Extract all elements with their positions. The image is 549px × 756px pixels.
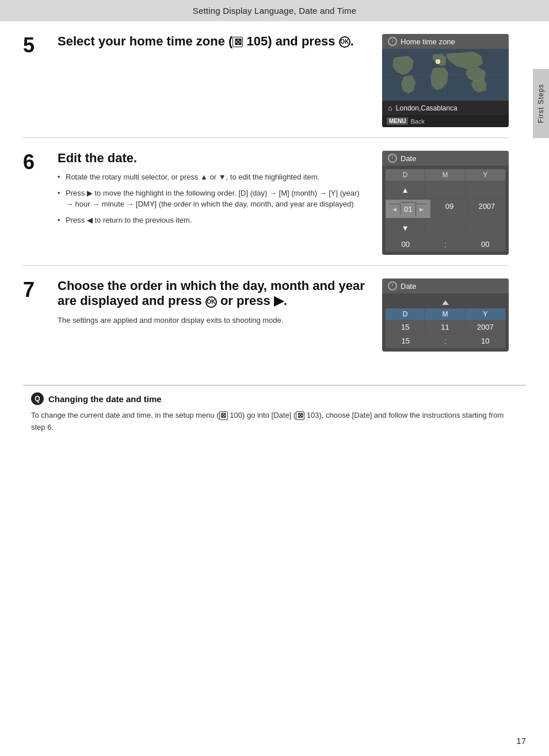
- panel-7-title: Date: [401, 282, 416, 291]
- triangle-up-icon: [442, 300, 449, 305]
- value-m: 09: [431, 199, 468, 218]
- order-d: D: [386, 308, 425, 320]
- main-content: 5 Select your home time zone (⊠ 105) and…: [23, 21, 526, 362]
- step-5-number: 5: [23, 35, 44, 56]
- svg-point-2: [437, 60, 439, 63]
- time-minute: 00: [466, 237, 505, 251]
- step-6-panel: Date D M Y ▲: [382, 151, 509, 255]
- value-m-7: 11: [425, 320, 465, 334]
- world-map-svg: [382, 49, 509, 101]
- arrow-up-m: [425, 181, 465, 199]
- time-colon: :: [425, 237, 465, 251]
- step-6-title: Edit the date.: [58, 151, 368, 166]
- page-header: Setting Display Language, Date and Time: [0, 0, 549, 21]
- bottom-note: Q Changing the date and time To change t…: [23, 385, 526, 441]
- step-6-bullets: Rotate the rotary multi selector, or pre…: [58, 171, 368, 226]
- time-row-6: 00 : 00: [386, 237, 505, 251]
- world-map-area: [382, 49, 509, 101]
- menu-bar-5: MENU Back: [382, 115, 509, 127]
- value-d: ◀01▶: [386, 199, 431, 218]
- sidebar-label: First Steps: [533, 69, 549, 138]
- value-d-7: 15: [386, 320, 425, 334]
- page-number: 17: [516, 736, 526, 746]
- panel-7-header: Date: [382, 278, 509, 293]
- panel-5-title: Home time zone: [401, 37, 455, 46]
- step-5-body: Select your home time zone (⊠ 105) and p…: [58, 34, 368, 55]
- date-panel-6-content: D M Y ▲ ◀01▶: [382, 166, 509, 255]
- value-y: 2007: [468, 199, 505, 218]
- note-text: To change the current date and time, in …: [31, 410, 518, 434]
- note-icon: Q: [31, 392, 44, 405]
- tri-d: [386, 297, 425, 308]
- date-grid-6-header: D M Y: [386, 169, 505, 181]
- clock-icon-5: [388, 37, 397, 46]
- arrow-up-d: ▲: [386, 181, 425, 199]
- step-5-section: 5 Select your home time zone (⊠ 105) and…: [23, 21, 509, 138]
- tri-y: [466, 297, 505, 308]
- header-title: Setting Display Language, Date and Time: [193, 6, 357, 16]
- step-7-body: Choose the order in which the day, month…: [58, 278, 368, 326]
- order-y: Y: [466, 308, 505, 320]
- step-7-section: 7 Choose the order in which the day, mon…: [23, 266, 509, 362]
- order-m: M: [425, 308, 465, 320]
- time-hour-7: 15: [386, 334, 425, 348]
- time-minute-7: 10: [466, 334, 505, 348]
- home-icon: ⌂: [388, 104, 392, 112]
- step-5-panel: Home time zone: [382, 34, 509, 127]
- step-7-number: 7: [23, 280, 44, 300]
- panel-5-header: Home time zone: [382, 34, 509, 49]
- panel-6-header: Date: [382, 151, 509, 166]
- step-6-bullet-1: Rotate the rotary multi selector, or pre…: [58, 171, 368, 183]
- menu-button-label: MENU: [387, 117, 408, 125]
- col-d: D: [386, 169, 425, 181]
- date-grid-6-arrows-up: ▲: [386, 181, 505, 199]
- step-6-section: 6 Edit the date. Rotate the rotary multi…: [23, 138, 509, 266]
- date-grid-7-tri-up: [386, 297, 505, 308]
- date-grid-7: D M Y 15 11 2007 15 : 10: [386, 297, 505, 348]
- col-y: Y: [466, 169, 505, 181]
- time-hour: 00: [386, 237, 425, 251]
- arrow-down-d: ▼: [386, 218, 425, 237]
- step-6-bullet-3: Press ◀ to return to the previous item.: [58, 215, 368, 226]
- step-6-body: Edit the date. Rotate the rotary multi s…: [58, 151, 368, 230]
- date-grid-7-values: 15 11 2007: [386, 320, 505, 334]
- step-6-number: 6: [23, 152, 44, 173]
- tri-m: [425, 297, 465, 308]
- date-grid-6-arrows-down: ▼: [386, 218, 505, 237]
- date-grid-6: D M Y ▲ ◀01▶: [386, 169, 505, 251]
- step-7-panel: Date D M Y: [382, 278, 509, 352]
- location-text: London,Casablanca: [396, 104, 458, 112]
- date-grid-7-header: D M Y: [386, 308, 505, 320]
- panel-6-title: Date: [401, 154, 416, 163]
- step-7-subtitle: The settings are applied and monitor dis…: [58, 315, 368, 326]
- clock-icon-6: [388, 154, 397, 163]
- step-6-bullet-2: Press ▶ to move the highlight in the fol…: [58, 188, 368, 210]
- arrow-down-y: [466, 218, 505, 237]
- arrow-down-m: [425, 218, 465, 237]
- location-bar: ⌂ London,Casablanca: [382, 101, 509, 115]
- value-y-7: 2007: [466, 320, 505, 334]
- time-colon-7: :: [425, 334, 465, 348]
- arrow-up-y: [466, 181, 505, 199]
- step-7-title: Choose the order in which the day, month…: [58, 278, 368, 309]
- time-row-7: 15 : 10: [386, 334, 505, 348]
- col-m: M: [425, 169, 465, 181]
- clock-icon-7: [388, 281, 397, 291]
- date-grid-6-values: ◀01▶ 09 2007: [386, 199, 505, 218]
- note-title-text: Changing the date and time: [48, 394, 162, 404]
- ok-icon-step5: OK: [339, 36, 350, 48]
- note-title: Q Changing the date and time: [31, 392, 518, 405]
- step-5-title: Select your home time zone (⊠ 105) and p…: [58, 34, 368, 49]
- ok-icon-step7: OK: [205, 296, 217, 308]
- menu-back-label: Back: [410, 118, 424, 125]
- date-panel-7-content: D M Y 15 11 2007 15 : 10: [382, 293, 509, 352]
